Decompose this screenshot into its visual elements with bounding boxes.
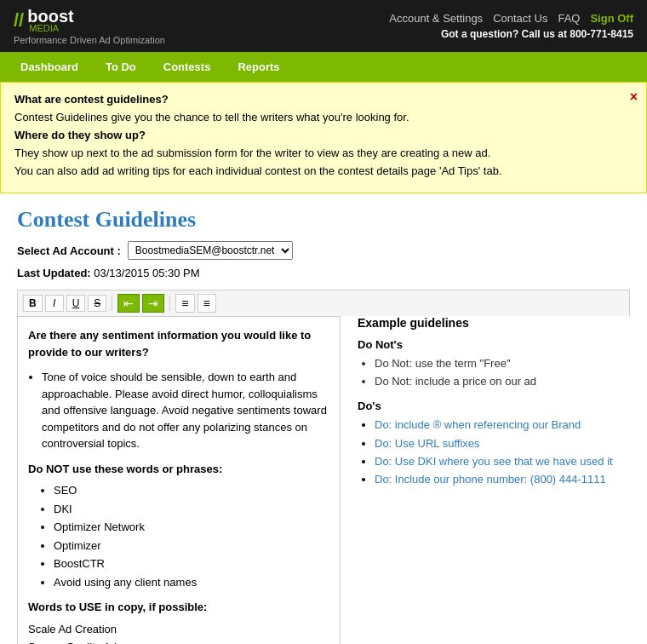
close-banner-button[interactable]: × <box>630 89 638 105</box>
phone-info: Got a question? Call us at 800-771-8415 <box>441 28 633 40</box>
nav-todo[interactable]: To Do <box>92 52 150 82</box>
words-list: Scale Ad Creation Source Quality Ads Gai… <box>28 621 329 645</box>
banner-a2: They show up next to the ad submission f… <box>14 147 619 159</box>
dos-list: Do: include ® when referencing our Brand… <box>375 417 630 487</box>
list-item: Optimizer <box>54 538 329 555</box>
outdent-button[interactable]: ⇥ <box>142 294 164 313</box>
dont-item: Do Not: use the term "Free" <box>375 356 630 371</box>
dos-section: Do's Do: include ® when referencing our … <box>358 400 630 487</box>
phone-number: 800-771-8415 <box>570 28 633 40</box>
words-item: Source Quality Ads <box>28 639 329 644</box>
ul-button[interactable]: ≡ <box>175 294 194 313</box>
do-not-list: SEO DKI Optimizer Network Optimizer Boos… <box>54 482 329 590</box>
editor-question: Are there any sentiment information you … <box>28 327 329 360</box>
do-not-header: Do NOT use these words or phrases: <box>28 461 329 478</box>
editor-area[interactable]: Are there any sentiment information you … <box>17 316 341 644</box>
banner-q1: What are contest guidelines? <box>14 93 169 106</box>
banner-note: You can also add ad writing tips for eac… <box>14 164 619 177</box>
example-guidelines: Example guidelines Do Not's Do Not: use … <box>358 316 630 644</box>
bold-button[interactable]: B <box>23 295 43 312</box>
strikethrough-button[interactable]: S <box>88 295 106 312</box>
list-item: DKI <box>54 501 329 518</box>
ad-account-select[interactable]: BoostmediaSEM@boostctr.net <box>128 241 293 260</box>
do-item: Do: Include our phone number: (800) 444-… <box>375 472 630 487</box>
dos-header: Do's <box>358 400 630 412</box>
nav-reports[interactable]: Reports <box>224 52 293 82</box>
info-banner: × What are contest guidelines? Contest G… <box>0 82 647 193</box>
account-settings-link[interactable]: Account & Settings <box>389 12 483 25</box>
navbar: Dashboard To Do Contests Reports <box>0 52 647 82</box>
last-updated-label: Last Updated: <box>17 267 91 279</box>
banner-q2: Where do they show up? <box>14 129 146 141</box>
nav-contests[interactable]: Contests <box>150 52 225 82</box>
select-row: Select Ad Account : BoostmediaSEM@boostc… <box>17 241 630 260</box>
sign-off-link[interactable]: Sign Off <box>590 12 633 25</box>
ol-button[interactable]: ≡ <box>198 294 216 313</box>
words-header: Words to USE in copy, if possible: <box>28 599 329 616</box>
editor-paragraph: Tone of voice should be sensible, down t… <box>42 369 329 452</box>
list-item: BoostCTR <box>54 555 329 572</box>
underline-button[interactable]: U <box>66 295 86 312</box>
list-item: Avoid using any client names <box>54 574 329 591</box>
last-updated-value: 03/13/2015 05:30 PM <box>94 267 199 279</box>
logo-slash-icon: // <box>14 9 24 32</box>
toolbar: B I U S ⇤ ⇥ ≡ ≡ <box>17 290 630 316</box>
faq-link[interactable]: FAQ <box>558 12 580 25</box>
main-content: Contest Guidelines Select Ad Account : B… <box>0 193 647 644</box>
last-updated: Last Updated: 03/13/2015 05:30 PM <box>17 267 630 279</box>
contact-us-link[interactable]: Contact Us <box>493 12 547 25</box>
header-left: // boost MEDIA Performance Driven Ad Opt… <box>14 7 165 45</box>
do-item: Do: Use URL suffixes <box>375 436 630 451</box>
donts-section: Do Not's Do Not: use the term "Free" Do … <box>358 338 630 389</box>
words-section: Words to USE in copy, if possible: Scale… <box>28 599 329 644</box>
page-title: Contest Guidelines <box>17 207 630 233</box>
words-item: Scale Ad Creation <box>28 621 329 638</box>
list-item: Optimizer Network <box>54 519 329 536</box>
donts-header: Do Not's <box>358 338 630 351</box>
content-area: Are there any sentiment information you … <box>17 316 630 644</box>
donts-list: Do Not: use the term "Free" Do Not: incl… <box>375 356 630 389</box>
nav-dashboard[interactable]: Dashboard <box>7 52 92 82</box>
banner-a1: Contest Guidelines give you the chance t… <box>14 111 619 124</box>
logo: // boost MEDIA <box>14 7 165 33</box>
header-right: Account & Settings Contact Us FAQ Sign O… <box>389 12 633 40</box>
example-title: Example guidelines <box>358 316 630 330</box>
dont-item: Do Not: include a price on our ad <box>375 374 630 389</box>
italic-button[interactable]: I <box>45 295 64 312</box>
toolbar-separator <box>112 296 112 311</box>
tagline: Performance Driven Ad Optimization <box>14 35 165 45</box>
select-label: Select Ad Account : <box>17 244 121 257</box>
toolbar-separator-2 <box>169 296 170 311</box>
do-item: Do: Use DKI where you see that we have u… <box>375 454 630 469</box>
header-nav: Account & Settings Contact Us FAQ Sign O… <box>389 12 633 25</box>
list-item: SEO <box>54 482 329 499</box>
indent-button[interactable]: ⇤ <box>117 294 140 313</box>
header: // boost MEDIA Performance Driven Ad Opt… <box>0 0 647 52</box>
do-item: Do: include ® when referencing our Brand <box>375 417 630 433</box>
